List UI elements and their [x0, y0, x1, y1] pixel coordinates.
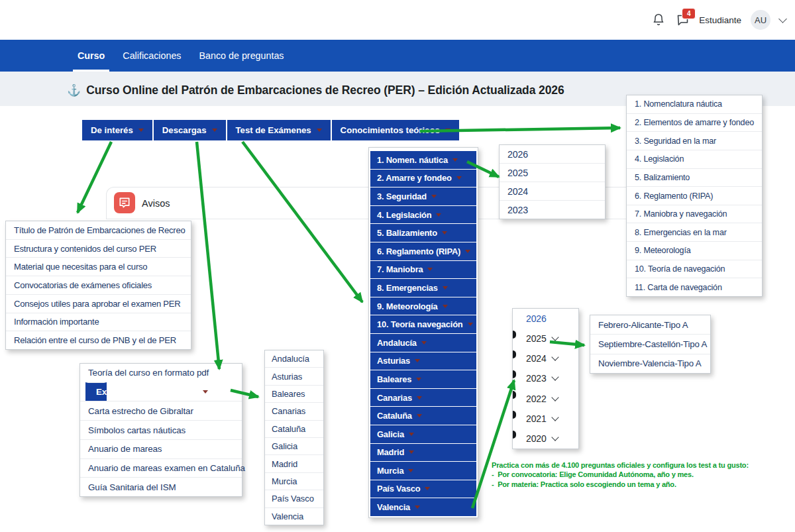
menu-item[interactable]: Cataluña [370, 407, 476, 425]
dropdown-item[interactable]: Anuario de mareas [80, 439, 242, 458]
dropdown-item[interactable]: 2025 [500, 163, 605, 182]
top-navigation [97, 0, 127, 40]
menu-item[interactable]: 2. Amarre y fondeo [370, 170, 476, 187]
dropdown-item[interactable]: 2023 [513, 368, 578, 388]
menubar-button[interactable]: De interés [82, 120, 152, 140]
dropdown-item[interactable]: 5. Balizamiento [627, 168, 762, 187]
dropdown-item[interactable]: Guía Sanitaria del ISM [80, 477, 242, 496]
menu-item[interactable]: Canarias [370, 389, 476, 407]
dropdown-item[interactable]: 8. Emergencias en la mar [627, 223, 762, 241]
menu-item[interactable]: Asturias [370, 352, 476, 370]
menu-item[interactable]: Andalucía [370, 334, 476, 352]
menu-item[interactable]: 9. Meteorología [370, 297, 476, 315]
dropdown-item[interactable]: Carta estrecho de Gibraltar [80, 401, 242, 420]
dropdown-item[interactable]: Anuario de mareas examen en Cataluña [80, 458, 242, 478]
dropdown-item[interactable]: 2020 [513, 429, 578, 449]
dropdown-item[interactable]: 3. Seguridad en la mar [627, 131, 762, 150]
dropdown-item[interactable]: 6. Reglamento (RIPA) [627, 186, 762, 205]
dropdown-item[interactable]: 2026 [513, 309, 578, 329]
dropdown-item[interactable]: Convocatorias de exámenes oficiales [6, 276, 191, 294]
caret-down-icon [421, 341, 427, 345]
menu-item[interactable]: 4. Legislación [370, 206, 476, 224]
caret-down-icon [436, 213, 441, 217]
dropdown-item[interactable]: Relación entre el curso de PNB y el de P… [6, 331, 191, 349]
dropdown-descargas: Teoría del curso en formato pdfExámenes … [80, 363, 242, 497]
dropdown-item[interactable]: Septiembre-Castellón-Tipo A [590, 334, 710, 353]
dropdown-item[interactable]: Asturias [265, 367, 323, 384]
menu-item[interactable]: País Vasco [370, 480, 476, 498]
dropdown-item[interactable]: Exámenes oficiales PER [85, 382, 107, 401]
dropdown-item[interactable]: 4. Legislación [627, 150, 762, 168]
dropdown-item[interactable]: 11. Carta de navegación [627, 278, 762, 296]
dropdown-item[interactable]: Baleares [265, 385, 323, 402]
dropdown-item[interactable]: Murcia [265, 472, 323, 490]
activity-label[interactable]: Avisos [142, 198, 170, 209]
menu-item[interactable]: 10. Teoría navegación [370, 315, 476, 333]
dropdown-item[interactable]: 2. Elementos de amarre y fondeo [627, 113, 762, 132]
dropdown-item[interactable]: País Vasco [265, 490, 323, 507]
dropdown-item[interactable]: 2022 [513, 389, 578, 409]
dropdown-item[interactable]: 2026 [500, 145, 605, 163]
menu-item[interactable]: Baleares [370, 370, 476, 388]
dropdown-item[interactable]: 9. Meteorología [627, 241, 762, 260]
chevron-down-icon [551, 413, 558, 421]
menu-item[interactable]: Galicia [370, 425, 476, 443]
chevron-down-icon [551, 354, 558, 361]
menu-item[interactable]: Madrid [370, 444, 476, 462]
dropdown-item[interactable]: Símbolos cartas náuticas [80, 420, 242, 439]
caret-down-icon [452, 158, 458, 162]
dropdown-item[interactable]: Teoría del curso en formato pdf [80, 364, 242, 382]
dropdown-item[interactable]: 2024 [500, 182, 605, 200]
bell-icon[interactable] [651, 13, 666, 27]
menu-item[interactable]: Valencia [370, 498, 476, 516]
role-label: Estudiante [699, 15, 741, 25]
caret-down-icon [442, 231, 447, 235]
menubar-button[interactable]: Test de Exámenes [227, 120, 331, 140]
dropdown-item[interactable]: 1. Nomenclatura náutica [627, 95, 762, 113]
dropdown-item[interactable]: Consejos utiles para aprobar el examen P… [6, 294, 191, 313]
dropdown-item[interactable]: Febrero-Alicante-Tipo A [590, 315, 710, 334]
annotation-arrow [242, 142, 362, 302]
dropdown-item[interactable]: Andalucía [265, 350, 323, 367]
dropdown-item[interactable]: Información importante [6, 313, 191, 331]
dropdown-item[interactable]: Noviembre-Valencia-Tipo A [590, 354, 710, 373]
caret-down-icon [408, 469, 413, 472]
chat-icon[interactable]: 4 [675, 13, 690, 27]
dropdown-temas: 1. Nomenclatura náutica2. Elementos de a… [626, 95, 763, 297]
chevron-down-icon[interactable] [778, 15, 787, 23]
chevron-down-icon [551, 334, 558, 341]
dropdown-item[interactable]: Galicia [265, 437, 323, 454]
menubar-button[interactable]: Descargas [154, 120, 226, 140]
dropdown-item[interactable]: Material que necesitas para el curso [6, 257, 191, 276]
dropdown-item[interactable]: 2023 [500, 200, 605, 219]
caret-down-icon [417, 396, 422, 399]
annotation-arrow [197, 142, 219, 369]
navbar-tab[interactable]: Calificaciones [123, 40, 181, 72]
caret-down-icon [431, 195, 437, 198]
avatar[interactable]: AU [751, 10, 770, 30]
course-navbar: CursoCalificacionesBanco de preguntas [0, 40, 795, 72]
dropdown-item[interactable]: 10. Teoría de navegación [627, 260, 762, 278]
menubar-button[interactable]: Conocimientos teóricos [332, 120, 459, 140]
dropdown-item[interactable]: 2025 [513, 329, 578, 348]
dropdown-item[interactable]: Valencia [265, 507, 323, 525]
menu-item[interactable]: 7. Maniobra [370, 261, 476, 279]
dropdown-item[interactable]: 2021 [513, 409, 578, 429]
dropdown-item[interactable]: 2024 [513, 348, 578, 368]
dropdown-item[interactable]: Cataluña [265, 420, 323, 437]
menu-item[interactable]: 3. Seguridad [370, 187, 476, 205]
menu-item[interactable]: 1. Nomen. náutica [370, 151, 476, 169]
dropdown-item[interactable]: Estructura y contenidos del curso PER [6, 239, 191, 258]
dropdown-item[interactable]: Madrid [265, 454, 323, 472]
navbar-tab[interactable]: Banco de preguntas [199, 40, 284, 72]
dropdown-item[interactable]: Título de Patrón de Embarcaciones de Rec… [6, 221, 191, 239]
caret-down-icon [456, 176, 462, 180]
menu-item[interactable]: 5. Balizamiento [370, 224, 476, 242]
navbar-tab[interactable]: Curso [78, 40, 105, 72]
menu-item[interactable]: Murcia [370, 462, 476, 480]
menu-item[interactable]: 8. Emergencias [370, 279, 476, 297]
dropdown-item[interactable]: 7. Maniobra y navegación [627, 205, 762, 223]
announcement-icon[interactable] [114, 192, 135, 213]
dropdown-item[interactable]: Canarias [265, 402, 323, 419]
menu-item[interactable]: 6. Reglamento (RIPA) [370, 242, 476, 260]
